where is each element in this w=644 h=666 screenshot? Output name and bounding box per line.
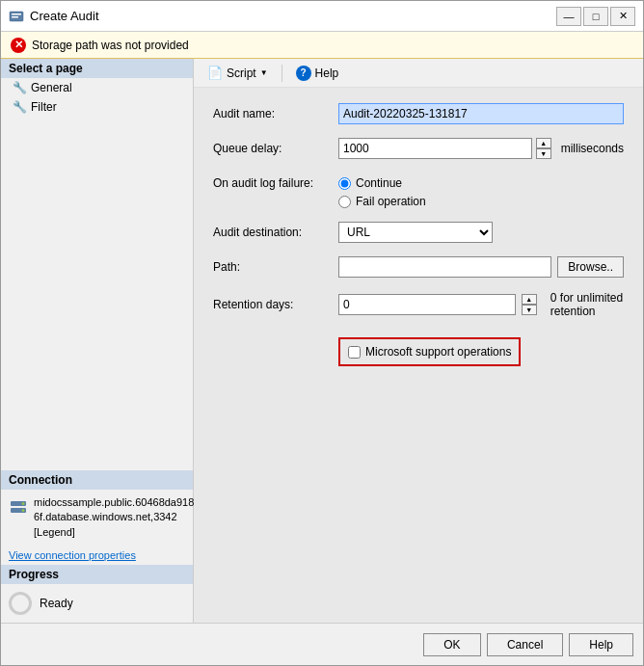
- progress-spinner: [9, 592, 32, 615]
- queue-delay-down-button[interactable]: ▼: [536, 148, 551, 159]
- audit-destination-row: Audit destination: URL File Application …: [213, 222, 624, 243]
- window-controls: — □ ✕: [556, 7, 635, 26]
- cancel-button[interactable]: Cancel: [487, 633, 563, 656]
- on-audit-log-failure-label: On audit log failure:: [213, 176, 338, 190]
- audit-destination-label: Audit destination:: [213, 226, 338, 239]
- microsoft-support-control: Microsoft support operations: [338, 332, 624, 366]
- retention-days-row: Retention days: ▲ ▼ 0 for unlimited rete…: [213, 291, 624, 318]
- audit-destination-control: URL File Application Log Security Log: [338, 222, 624, 243]
- microsoft-support-label[interactable]: Microsoft support operations: [365, 345, 511, 359]
- path-input-row: Browse..: [338, 256, 624, 278]
- retention-hint: 0 for unlimited retention: [550, 291, 624, 318]
- on-audit-log-failure-row: On audit log failure: Continue Fail oper…: [213, 173, 624, 208]
- audit-name-control: [338, 103, 624, 124]
- general-icon: 🔧: [13, 81, 27, 94]
- help-icon: ?: [296, 66, 311, 81]
- queue-delay-up-button[interactable]: ▲: [536, 138, 551, 148]
- svg-point-6: [22, 509, 25, 512]
- path-input[interactable]: [338, 256, 551, 278]
- footer: OK Cancel Help: [1, 623, 643, 665]
- view-connection-properties-link[interactable]: View connection properties: [1, 546, 193, 565]
- queue-delay-row: Queue delay: ▲ ▼ milliseconds: [213, 138, 624, 159]
- audit-destination-select[interactable]: URL File Application Log Security Log: [338, 222, 493, 243]
- content-area: Select a page 🔧 General 🔧 Filter Connect…: [1, 59, 643, 623]
- path-row: Path: Browse..: [213, 256, 624, 278]
- on-audit-log-failure-control: Continue Fail operation: [338, 176, 624, 208]
- progress-section: Progress Ready: [1, 565, 193, 623]
- script-dropdown-arrow: ▼: [260, 68, 268, 77]
- window-title: Create Audit: [30, 9, 550, 23]
- retention-days-label: Retention days:: [213, 298, 338, 311]
- radio-fail-label[interactable]: Fail operation: [356, 195, 426, 208]
- path-label: Path:: [213, 260, 338, 274]
- microsoft-support-checkbox-wrap: Microsoft support operations: [338, 337, 521, 366]
- sidebar-filter-label: Filter: [31, 100, 57, 114]
- minimize-button[interactable]: —: [556, 7, 581, 26]
- queue-delay-spinner-wrap: ▲ ▼ milliseconds: [338, 138, 624, 159]
- microsoft-support-row: Microsoft support operations: [213, 332, 624, 366]
- connection-content: midocssample.public.60468da9186f.databas…: [1, 490, 193, 546]
- progress-status: Ready: [40, 597, 73, 610]
- window-icon: [9, 9, 24, 24]
- error-bar: ✕ Storage path was not provided: [1, 32, 643, 59]
- main-panel: 📄 Script ▼ ? Help Audit name:: [194, 59, 643, 623]
- retention-days-control: ▲ ▼ 0 for unlimited retention: [338, 291, 624, 318]
- path-control: Browse..: [338, 256, 624, 278]
- browse-button[interactable]: Browse..: [557, 256, 624, 278]
- ok-button[interactable]: OK: [423, 633, 481, 656]
- sidebar-item-filter[interactable]: 🔧 Filter: [1, 97, 193, 117]
- retention-spinner-buttons: ▲ ▼: [522, 294, 537, 315]
- svg-rect-1: [12, 13, 21, 15]
- audit-name-input[interactable]: [338, 103, 624, 124]
- sidebar-general-label: General: [31, 81, 72, 94]
- retention-up-button[interactable]: ▲: [522, 294, 537, 305]
- help-button[interactable]: ? Help: [290, 64, 345, 83]
- script-icon: 📄: [207, 66, 223, 80]
- error-icon: ✕: [11, 38, 26, 53]
- queue-delay-unit: milliseconds: [561, 142, 624, 155]
- maximize-button[interactable]: □: [583, 7, 608, 26]
- script-label: Script: [227, 67, 256, 80]
- connection-server-text: midocssample.public.60468da9186f.databas…: [34, 495, 194, 540]
- retention-days-input[interactable]: [338, 294, 516, 315]
- error-message: Storage path was not provided: [32, 39, 189, 52]
- queue-delay-label: Queue delay:: [213, 142, 338, 155]
- retention-down-button[interactable]: ▼: [522, 305, 537, 315]
- help-footer-button[interactable]: Help: [569, 633, 633, 656]
- create-audit-window: Create Audit — □ ✕ ✕ Storage path was no…: [0, 0, 644, 666]
- queue-delay-spinner-buttons: ▲ ▼: [536, 138, 551, 159]
- audit-name-row: Audit name:: [213, 103, 624, 124]
- progress-content: Ready: [1, 584, 193, 623]
- queue-delay-input[interactable]: [338, 138, 532, 159]
- connection-section: Connection midocssample.public.60468da91…: [1, 470, 193, 565]
- sidebar-spacer: [1, 117, 193, 470]
- title-bar: Create Audit — □ ✕: [1, 1, 643, 32]
- audit-name-label: Audit name:: [213, 107, 338, 120]
- close-button[interactable]: ✕: [610, 7, 635, 26]
- audit-failure-radio-group: Continue Fail operation: [338, 176, 624, 208]
- microsoft-support-checkbox[interactable]: [348, 346, 361, 359]
- connection-header: Connection: [1, 470, 193, 490]
- toolbar: 📄 Script ▼ ? Help: [194, 59, 643, 88]
- progress-header: Progress: [1, 565, 193, 584]
- radio-continue-label[interactable]: Continue: [356, 176, 402, 190]
- svg-point-5: [22, 502, 25, 505]
- sidebar: Select a page 🔧 General 🔧 Filter Connect…: [1, 59, 194, 623]
- sidebar-item-general[interactable]: 🔧 General: [1, 78, 193, 97]
- radio-continue[interactable]: [338, 177, 351, 190]
- svg-rect-2: [12, 16, 18, 18]
- help-label: Help: [315, 67, 339, 80]
- radio-continue-item: Continue: [338, 176, 624, 190]
- retention-row-wrap: ▲ ▼ 0 for unlimited retention: [338, 291, 624, 318]
- form-area: Audit name: Queue delay: ▲ ▼: [194, 88, 643, 623]
- script-button[interactable]: 📄 Script ▼: [201, 64, 274, 82]
- server-icon: [9, 497, 28, 517]
- queue-delay-control: ▲ ▼ milliseconds: [338, 138, 624, 159]
- radio-fail[interactable]: [338, 196, 351, 208]
- radio-fail-item: Fail operation: [338, 195, 624, 208]
- sidebar-section-header: Select a page: [1, 59, 193, 78]
- filter-icon: 🔧: [13, 100, 27, 114]
- toolbar-separator: [282, 65, 282, 82]
